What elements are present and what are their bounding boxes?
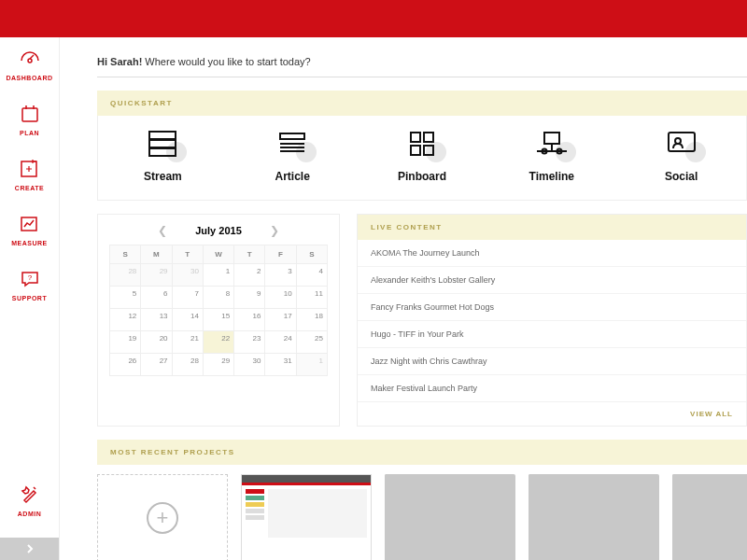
cal-dow: T (172, 245, 203, 264)
view-all-link[interactable]: VIEW ALL (358, 402, 746, 426)
svg-rect-5 (149, 132, 176, 139)
pinboard-icon (409, 131, 435, 157)
cal-day[interactable]: 9 (234, 287, 265, 309)
cal-dow: W (203, 245, 233, 264)
cal-day[interactable]: 1 (203, 264, 233, 287)
svg-rect-7 (149, 148, 176, 156)
cal-day[interactable]: 24 (265, 331, 296, 354)
cal-day[interactable]: 16 (234, 309, 265, 331)
tools-icon (18, 483, 42, 507)
quickstart-social[interactable]: Social (621, 127, 742, 183)
nav-create[interactable]: CREATE (15, 157, 44, 191)
cal-day[interactable]: 17 (265, 309, 296, 331)
calendar-icon (18, 102, 42, 126)
quickstart-article[interactable]: Article (232, 127, 353, 183)
recent-header: MOST RECENT PROJECTS (97, 440, 747, 465)
cal-prev[interactable]: ❮ (158, 224, 167, 237)
svg-text:?: ? (27, 273, 32, 282)
gauge-icon (18, 47, 42, 71)
cal-day[interactable]: 30 (172, 264, 203, 287)
svg-point-0 (28, 59, 32, 63)
cal-title: July 2015 (195, 225, 242, 236)
live-item[interactable]: Alexander Keith's Lobster Gallery (358, 267, 746, 294)
divider (97, 77, 747, 77)
cal-day[interactable]: 22 (203, 331, 233, 354)
svg-rect-14 (411, 146, 420, 155)
cal-day[interactable]: 18 (296, 309, 327, 331)
cal-day[interactable]: 1 (296, 354, 327, 376)
project-folder[interactable] (672, 474, 747, 560)
main-content: Hi Sarah! Where would you like to start … (60, 37, 747, 560)
article-icon (278, 132, 306, 156)
cal-day[interactable]: 4 (296, 264, 327, 287)
live-item[interactable]: Maker Festival Launch Party (358, 375, 746, 402)
greeting: Hi Sarah! Where would you like to start … (97, 56, 747, 67)
live-item[interactable]: Hugo - TIFF in Your Park (358, 321, 746, 348)
project-folder[interactable] (529, 474, 659, 560)
project-add[interactable]: + (97, 474, 228, 560)
svg-rect-15 (424, 146, 433, 155)
cal-next[interactable]: ❯ (270, 224, 279, 237)
cal-dow: S (296, 245, 327, 264)
cal-day[interactable]: 20 (141, 331, 172, 354)
quickstart-card: Stream Article Pinboard Timeline Social (97, 116, 747, 201)
project-card[interactable] (241, 474, 372, 560)
project-folder[interactable] (385, 474, 515, 560)
cal-day[interactable]: 28 (110, 264, 141, 287)
cal-day[interactable]: 31 (265, 354, 296, 376)
quickstart-stream[interactable]: Stream (102, 127, 223, 183)
recent-projects: MOST RECENT PROJECTS + (97, 440, 747, 560)
cal-day[interactable]: 26 (110, 354, 141, 376)
nav-admin[interactable]: ADMIN (18, 483, 42, 517)
cal-day[interactable]: 14 (172, 309, 203, 331)
cal-day[interactable]: 29 (203, 354, 233, 376)
calendar-grid: SMTWTFS 28293012345678910111213141516171… (109, 245, 328, 376)
cal-day[interactable]: 11 (296, 287, 327, 309)
cal-day[interactable]: 3 (265, 264, 296, 287)
nav-measure[interactable]: MEASURE (11, 212, 48, 246)
svg-rect-13 (424, 133, 433, 142)
svg-rect-8 (280, 133, 304, 139)
live-item[interactable]: Fancy Franks Gourmet Hot Dogs (358, 294, 746, 321)
calendar: ❮ July 2015 ❯ SMTWTFS 282930123456789101… (97, 214, 340, 427)
cal-day[interactable]: 27 (141, 354, 172, 376)
nav-dashboard[interactable]: DASHBOARD (7, 47, 53, 81)
cal-dow: M (141, 245, 172, 264)
cal-day[interactable]: 15 (203, 309, 233, 331)
nav-plan[interactable]: PLAN (18, 102, 42, 136)
cal-day[interactable]: 10 (265, 287, 296, 309)
live-item[interactable]: Jazz Night with Chris Cawthray (358, 348, 746, 375)
sidebar: DASHBOARD PLAN CREATE MEASURE ? SUPPORT … (0, 37, 60, 560)
timeline-icon (535, 131, 569, 157)
top-bar (0, 0, 747, 37)
chevron-right-icon (24, 543, 35, 554)
cal-day[interactable]: 28 (172, 354, 203, 376)
cal-day[interactable]: 21 (172, 331, 203, 354)
cal-day[interactable]: 29 (141, 264, 172, 287)
cal-day[interactable]: 30 (234, 354, 265, 376)
cal-day[interactable]: 7 (172, 287, 203, 309)
cal-day[interactable]: 19 (110, 331, 141, 354)
cal-day[interactable]: 12 (110, 309, 141, 331)
cal-day[interactable]: 25 (296, 331, 327, 354)
cal-dow: T (234, 245, 265, 264)
svg-rect-16 (544, 133, 559, 144)
nav-support[interactable]: ? SUPPORT (12, 267, 47, 301)
cal-day[interactable]: 23 (234, 331, 265, 354)
svg-rect-12 (411, 133, 420, 142)
sidebar-collapse[interactable] (0, 538, 59, 560)
cal-day[interactable]: 5 (110, 287, 141, 309)
quickstart-timeline[interactable]: Timeline (491, 127, 613, 183)
svg-rect-1 (22, 108, 37, 121)
cal-day[interactable]: 6 (141, 287, 172, 309)
quickstart-pinboard[interactable]: Pinboard (361, 127, 483, 183)
social-icon (667, 131, 697, 157)
cal-day[interactable]: 2 (234, 264, 265, 287)
cal-day[interactable]: 8 (203, 287, 233, 309)
chart-icon (17, 212, 41, 236)
plus-icon: + (147, 502, 178, 534)
live-item[interactable]: AKOMA The Journey Launch (358, 240, 746, 267)
svg-rect-6 (149, 140, 176, 147)
cal-day[interactable]: 13 (141, 309, 172, 331)
live-content: LIVE CONTENT AKOMA The Journey LaunchAle… (357, 214, 747, 427)
